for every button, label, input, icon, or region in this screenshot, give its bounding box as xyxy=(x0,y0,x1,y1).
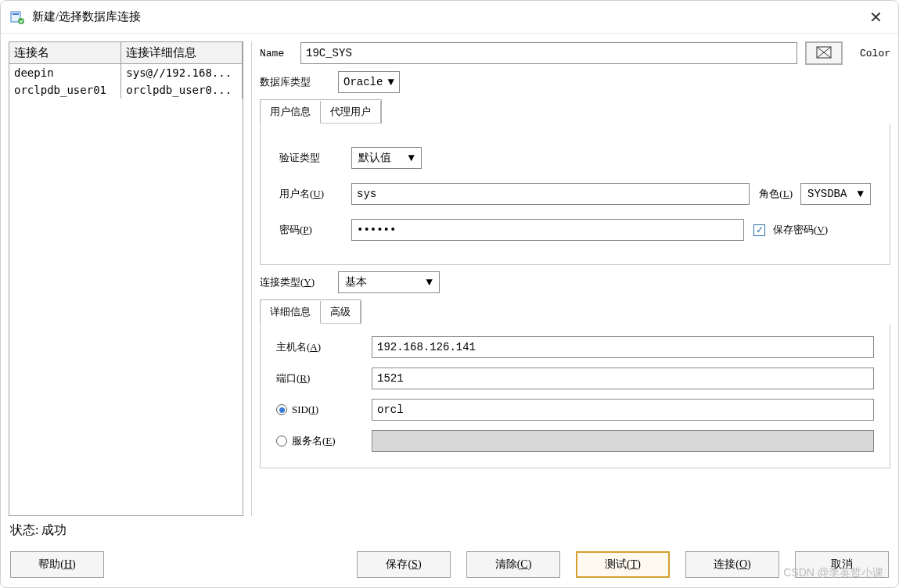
host-label: 主机名(A) xyxy=(276,340,362,354)
color-button[interactable] xyxy=(805,41,843,65)
titlebar: 新建/选择数据库连接 ✕ xyxy=(1,1,898,34)
userinfo-panel: 验证类型 默认值 ▼ 用户名(U) 角色(L) SYSDBA xyxy=(260,124,890,265)
chevron-down-icon: ▼ xyxy=(858,188,864,200)
app-icon xyxy=(10,10,24,24)
color-label: Color xyxy=(860,48,890,59)
host-input[interactable] xyxy=(372,336,874,358)
chevron-down-icon: ▼ xyxy=(426,276,433,289)
username-input[interactable] xyxy=(351,183,750,205)
savepw-label: 保存密码(V) xyxy=(773,223,828,237)
connection-form: Name Color 数据库类型 Oracle ▼ 用户信息 代理用户 xyxy=(251,41,890,516)
svg-point-2 xyxy=(18,18,24,24)
table-row[interactable]: orclpdb_user01 orclpdb_user0... xyxy=(9,81,243,99)
tab-proxy[interactable]: 代理用户 xyxy=(321,101,381,124)
tab-advanced[interactable]: 高级 xyxy=(321,301,361,324)
connection-sidebar: 连接名 连接详细信息 deepin sys@//192.168... orclp… xyxy=(9,41,243,516)
detail-panel: 主机名(A) 端口(R) SID(I) xyxy=(260,324,890,468)
radio-service[interactable] xyxy=(276,436,287,446)
name-label: Name xyxy=(260,48,293,59)
password-input[interactable] xyxy=(351,219,744,241)
svg-rect-1 xyxy=(13,13,19,15)
savepw-checkbox[interactable]: ✓ xyxy=(753,224,765,236)
sid-input[interactable] xyxy=(372,399,874,421)
port-input[interactable] xyxy=(372,368,874,389)
authtype-select[interactable]: 默认值 ▼ xyxy=(351,147,422,169)
save-button[interactable]: 保存(S) xyxy=(357,551,451,578)
window-title: 新建/选择数据库连接 xyxy=(32,9,141,24)
test-button[interactable]: 测试(T) xyxy=(576,551,670,578)
port-label: 端口(R) xyxy=(276,371,362,385)
chevron-down-icon: ▼ xyxy=(387,76,394,88)
tab-detail[interactable]: 详细信息 xyxy=(261,301,321,324)
button-bar: 帮助(H) 保存(S) 清除(C) 测试(T) 连接(O) 取消 xyxy=(1,545,898,587)
chevron-down-icon: ▼ xyxy=(408,152,415,164)
watermark: CSDN @李英哲小课 xyxy=(783,566,883,580)
password-label: 密码(P) xyxy=(279,223,342,237)
sid-option[interactable]: SID(I) xyxy=(276,403,362,416)
status-bar: 状态: 成功 xyxy=(1,516,898,545)
help-button[interactable]: 帮助(H) xyxy=(10,551,104,578)
close-button[interactable]: ✕ xyxy=(863,5,889,30)
conntype-label: 连接类型(Y) xyxy=(260,275,330,289)
name-input[interactable] xyxy=(300,42,797,64)
dbtype-label: 数据库类型 xyxy=(260,75,330,89)
dbtype-select[interactable]: Oracle ▼ xyxy=(338,71,400,93)
col-header-name[interactable]: 连接名 xyxy=(9,42,121,64)
col-header-detail[interactable]: 连接详细信息 xyxy=(121,42,243,64)
service-input xyxy=(372,430,874,452)
clear-button[interactable]: 清除(C) xyxy=(466,551,560,578)
connection-table[interactable]: 连接名 连接详细信息 deepin sys@//192.168... orclp… xyxy=(9,41,243,516)
detail-tabs: 详细信息 高级 xyxy=(260,299,361,324)
tab-userinfo[interactable]: 用户信息 xyxy=(261,101,321,124)
role-label: 角色(L) xyxy=(759,187,793,201)
conntype-select[interactable]: 基本 ▼ xyxy=(338,271,440,293)
authtype-label: 验证类型 xyxy=(279,151,342,165)
username-label: 用户名(U) xyxy=(279,187,342,201)
connect-button[interactable]: 连接(O) xyxy=(685,551,779,578)
radio-sid[interactable] xyxy=(276,404,287,415)
role-select[interactable]: SYSDBA ▼ xyxy=(800,183,871,205)
table-row[interactable]: deepin sys@//192.168... xyxy=(9,64,243,82)
userinfo-tabs: 用户信息 代理用户 xyxy=(260,99,382,124)
service-option[interactable]: 服务名(E) xyxy=(276,434,362,448)
